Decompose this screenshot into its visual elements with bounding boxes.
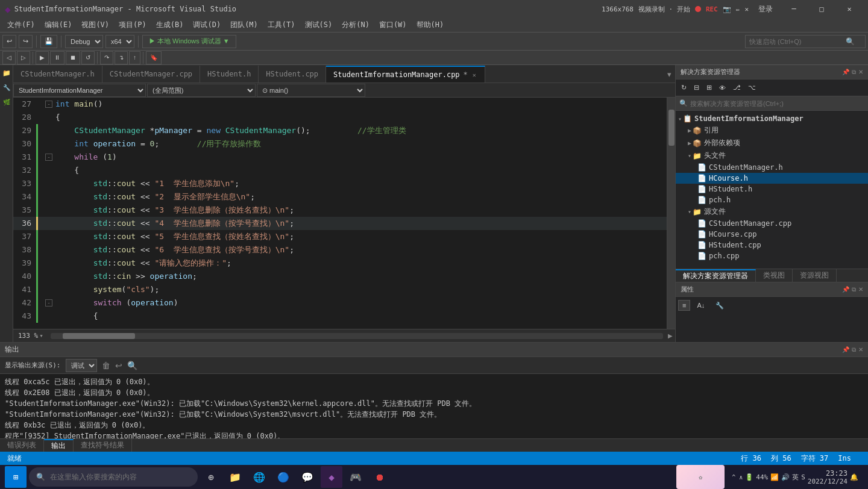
battery-indicator[interactable]: 🔋 [745, 473, 753, 481]
run-btn[interactable]: ▶ 本地 Windows 调试器 ▼ [142, 35, 236, 48]
debug-restart[interactable]: ↺ [81, 51, 95, 64]
scrollbar-thumb[interactable] [668, 110, 675, 146]
platform-select[interactable]: x64 [105, 35, 134, 48]
nav-back[interactable]: ◁ [2, 51, 16, 64]
sol-view-btn[interactable]: 👁 [716, 83, 729, 93]
header-arrow[interactable]: ▾ [688, 152, 691, 159]
tree-pch-h[interactable]: 📄 pch.h [676, 195, 868, 205]
props-float-btn[interactable]: ⧉ [852, 286, 856, 293]
code-editor[interactable]: 27 - int main() 28 { 29 [13, 98, 675, 329]
tree-cstudentmanager-cpp[interactable]: 📄 CStudentManager.cpp [676, 218, 868, 229]
function-select[interactable]: ⊙ main() [257, 84, 365, 97]
tree-cstudentmanager-h[interactable]: 📄 CStudentManager.h [676, 162, 868, 173]
debug-config-select[interactable]: Debug [65, 35, 103, 48]
tree-hcourse-cpp[interactable]: 📄 HCourse.cpp [676, 229, 868, 240]
volume-icon[interactable]: 🔊 [781, 473, 790, 481]
tab-dropdown-btn[interactable]: ▾ [664, 66, 675, 83]
clock[interactable]: 23:23 2022/12/24 [808, 469, 848, 485]
debug-start[interactable]: ▶ [36, 51, 49, 64]
step-into[interactable]: ↴ [115, 51, 128, 64]
output-clear-btn[interactable]: 🗑 [102, 361, 110, 370]
undo-btn[interactable]: ↩ [2, 35, 16, 48]
editor-scrollbar[interactable] [667, 98, 675, 329]
quick-launch-input[interactable] [749, 38, 846, 45]
tree-references[interactable]: ▶ 📦 引用 [676, 124, 868, 137]
network-icon[interactable]: 📶 [770, 473, 779, 481]
debug-pause[interactable]: ⏸ [50, 51, 64, 64]
references-arrow[interactable]: ▶ [688, 127, 691, 134]
solution-pin-btn[interactable]: 📌 [842, 69, 849, 76]
menu-tools[interactable]: 工具(T) [263, 19, 300, 31]
source-arrow[interactable]: ▾ [688, 208, 691, 215]
tab-error-list[interactable]: 错误列表 [0, 439, 44, 452]
tab-class-view[interactable]: 类视图 [756, 269, 793, 282]
menu-edit[interactable]: 编辑(E) [40, 19, 77, 31]
tab-hstudent-h[interactable]: HStudent.h [200, 66, 259, 83]
task-view-btn[interactable]: ⊕ [200, 466, 222, 488]
step-over[interactable]: ↷ [100, 51, 113, 64]
output-source-select[interactable]: 调试 [66, 359, 97, 372]
output-find-btn[interactable]: 🔍 [127, 361, 137, 370]
tab-hstudent-cpp[interactable]: HStudent.cpp [259, 66, 326, 83]
tree-root[interactable]: ▾ 📋 StudentImformationManager [676, 113, 868, 124]
taskbar-search[interactable]: 🔍 [29, 467, 198, 487]
tab-cstudentmanager-cpp[interactable]: CStudentManager.cpp [102, 66, 200, 83]
close-rec-icon[interactable]: ✕ [744, 5, 749, 13]
sol-git-btn[interactable]: ⎇ [730, 82, 744, 93]
ime-indicator[interactable]: S [801, 473, 805, 481]
game-btn[interactable]: 🎮 [345, 466, 366, 488]
debug-stop[interactable]: ⏹ [66, 51, 80, 64]
tree-pch-cpp[interactable]: 📄 pch.cpp [676, 251, 868, 261]
tree-header-files[interactable]: ▾ 📁 头文件 [676, 149, 868, 162]
bookmark[interactable]: 🔖 [146, 51, 162, 64]
solution-float-btn[interactable]: ⧉ [852, 69, 856, 76]
menu-build[interactable]: 生成(B) [151, 19, 189, 31]
tree-external-deps[interactable]: ▶ 📦 外部依赖项 [676, 137, 868, 149]
collapse-27[interactable]: - [45, 101, 52, 108]
solution-search-input[interactable] [690, 100, 864, 107]
file-explorer-btn[interactable]: 📁 [224, 466, 246, 488]
wechat-btn[interactable]: 💬 [297, 466, 318, 488]
sidebar-diagnostics-icon[interactable]: 🔧 [1, 82, 12, 93]
edge-btn[interactable]: 🌐 [248, 466, 270, 488]
menu-file[interactable]: 文件(F) [2, 19, 40, 31]
tab-solution-explorer[interactable]: 解决方案资源管理器 [676, 269, 756, 282]
props-pin-btn[interactable]: 📌 [842, 286, 849, 293]
solution-close-btn[interactable]: ✕ [858, 69, 863, 76]
collapse-42[interactable]: - [45, 299, 52, 307]
output-float-btn[interactable]: ⧉ [852, 346, 856, 354]
redo-btn[interactable]: ↪ [19, 35, 33, 48]
tab-main-cpp[interactable]: StudentImformationManager.cpp * ✕ [326, 66, 485, 83]
tab-find-results[interactable]: 查找符号结果 [74, 439, 132, 452]
vs-btn[interactable]: ◆ [321, 466, 342, 488]
sol-props-btn[interactable]: ⊞ [703, 82, 715, 93]
menu-analyze[interactable]: 分析(N) [337, 19, 374, 31]
menu-view[interactable]: 视图(V) [77, 19, 114, 31]
props-pages-btn[interactable]: 🔧 [711, 300, 728, 311]
sol-collapse-all-btn[interactable]: ⊟ [691, 82, 702, 93]
horizontal-scrollbar[interactable] [51, 333, 663, 339]
close-btn[interactable]: ✕ [835, 0, 863, 18]
step-out[interactable]: ↑ [129, 51, 140, 64]
sol-sync-btn[interactable]: ↻ [678, 82, 690, 93]
menu-project[interactable]: 项目(P) [114, 19, 151, 31]
taskbar-search-input[interactable] [50, 473, 171, 481]
login-btn[interactable]: 登录 [758, 4, 773, 14]
minimize-btn[interactable]: ─ [780, 0, 808, 18]
menu-window[interactable]: 窗口(W) [374, 19, 412, 31]
menu-test[interactable]: 测试(S) [300, 19, 338, 31]
h-scrollbar-thumb[interactable] [63, 333, 135, 339]
tree-hcourse-h[interactable]: 📄 HCourse.h [676, 173, 868, 184]
props-close-btn[interactable]: ✕ [858, 286, 863, 293]
tree-hstudent-h[interactable]: 📄 HStudent.h [676, 184, 868, 195]
nav-forward[interactable]: ▷ [17, 51, 30, 64]
props-categorized-btn[interactable]: ≡ [678, 300, 690, 311]
tab-resource-view[interactable]: 资源视图 [793, 269, 837, 282]
root-arrow[interactable]: ▾ [678, 116, 682, 122]
sidebar-git-icon[interactable]: 🌿 [1, 96, 12, 107]
notification-btn[interactable]: 🔔 [850, 473, 858, 481]
ie-btn[interactable]: 🔵 [272, 466, 294, 488]
output-wrap-btn[interactable]: ↩ [115, 361, 122, 370]
start-btn[interactable]: ⊞ [5, 466, 27, 488]
menu-team[interactable]: 团队(M) [225, 19, 263, 31]
